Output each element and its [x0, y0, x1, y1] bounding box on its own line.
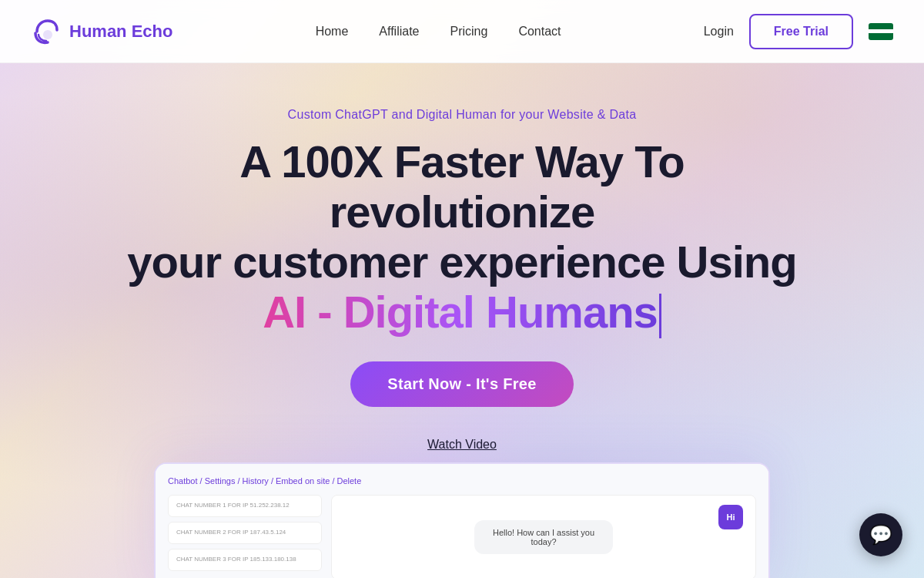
nav-pricing[interactable]: Pricing: [450, 25, 488, 38]
chat-widget-button[interactable]: 💬: [859, 513, 902, 556]
dashboard-body: CHAT NUMBER 1 FOR IP 51.252.238.12 CHAT …: [168, 495, 756, 578]
dashboard-preview: Chatbot / Settings / History / Embed on …: [154, 462, 770, 578]
dashboard-breadcrumb: Chatbot / Settings / History / Embed on …: [168, 476, 756, 486]
nav-home[interactable]: Home: [316, 25, 349, 38]
hero-section: Custom ChatGPT and Digital Human for you…: [0, 0, 924, 578]
free-trial-button[interactable]: Free Trial: [749, 14, 853, 49]
logo-icon: [31, 16, 62, 47]
chat-item-1[interactable]: CHAT NUMBER 1 FOR IP 51.252.238.12: [168, 495, 322, 517]
language-flag[interactable]: [869, 23, 893, 40]
chat-hi-badge: Hi: [718, 505, 743, 529]
chat-item-3[interactable]: CHAT NUMBER 3 FOR IP 185.133.180.138: [168, 549, 322, 571]
login-button[interactable]: Login: [704, 25, 734, 39]
text-cursor: [659, 294, 661, 338]
nav-contact[interactable]: Contact: [518, 25, 561, 38]
svg-point-0: [43, 30, 52, 39]
chat-widget-icon: 💬: [869, 524, 892, 546]
hero-content: Custom ChatGPT and Digital Human for you…: [116, 108, 808, 452]
brand-name: Human Echo: [69, 22, 172, 42]
dashboard-inner: Chatbot / Settings / History / Embed on …: [156, 464, 768, 578]
chat-window: Hi Hello! How can I assist you today?: [331, 495, 756, 578]
nav-affiliate[interactable]: Affiliate: [379, 25, 419, 38]
navbar: Human Echo Home Affiliate Pricing Contac…: [0, 0, 924, 63]
chat-list: CHAT NUMBER 1 FOR IP 51.252.238.12 CHAT …: [168, 495, 322, 578]
chat-welcome-message: Hello! How can I assist you today?: [474, 520, 613, 554]
hero-title: A 100X Faster Way To revolutionize your …: [116, 137, 808, 338]
watch-video-link[interactable]: Watch Video: [116, 438, 808, 452]
hero-title-gradient: AI - Digital Humans: [263, 287, 658, 337]
nav-right: Login Free Trial: [704, 14, 893, 49]
hero-subtitle: Custom ChatGPT and Digital Human for you…: [116, 108, 808, 122]
nav-links: Home Affiliate Pricing Contact: [316, 25, 561, 39]
chat-item-2[interactable]: CHAT NUMBER 2 FOR IP 187.43.5.124: [168, 522, 322, 544]
cta-start-now-button[interactable]: Start Now - It's Free: [350, 361, 573, 407]
logo[interactable]: Human Echo: [31, 16, 172, 47]
